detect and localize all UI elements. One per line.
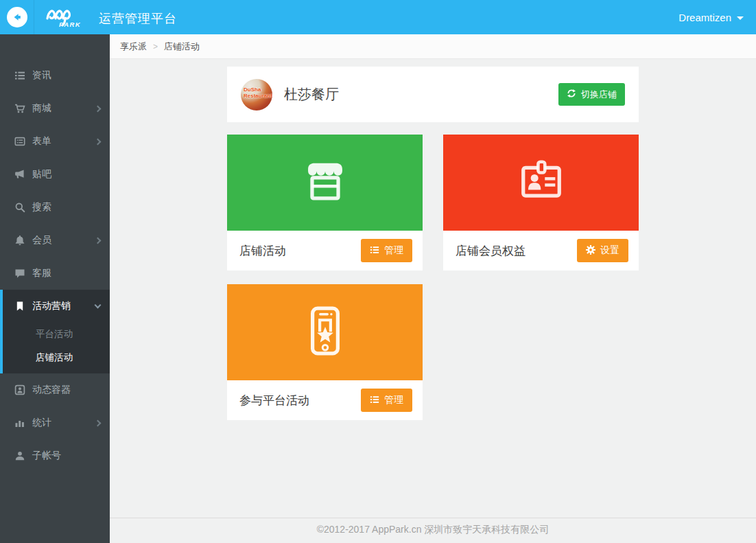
bookmark-icon xyxy=(14,301,25,312)
sidebar-subitem-label: 店铺活动 xyxy=(36,351,73,364)
manage-button-label: 管理 xyxy=(384,394,403,406)
settings-button-label: 设置 xyxy=(600,244,619,257)
list-icon xyxy=(14,70,25,82)
footer: ©2012-2017 AppPark.cn 深圳市致宇天承科技有限公司 xyxy=(110,518,756,543)
main-area: 享乐派 > 店铺活动 DuSha Restaurant 杜莎餐厅 xyxy=(110,34,756,543)
copyright-text: ©2012-2017 AppPark.cn 深圳市致宇天承科技有限公司 xyxy=(317,524,550,535)
page-content: DuSha Restaurant 杜莎餐厅 切换店铺 xyxy=(110,59,756,518)
chat-icon xyxy=(14,268,25,279)
manage-button[interactable]: 管理 xyxy=(361,389,412,412)
sidebar-item-label: 搜索 xyxy=(32,201,51,213)
svg-text:PARK: PARK xyxy=(59,21,81,28)
sidebar-item-members[interactable]: 会员 xyxy=(0,224,110,257)
breadcrumb-item-current: 店铺活动 xyxy=(164,41,200,53)
manage-button-label: 管理 xyxy=(384,244,403,257)
app-window: PARK 运营管理平台 Dreamtizen 资讯 商城 xyxy=(0,0,756,543)
chevron-down-icon xyxy=(95,301,102,308)
sidebar-item-support[interactable]: 客服 xyxy=(0,257,110,290)
gear-icon xyxy=(586,245,595,257)
brand: PARK 运营管理平台 xyxy=(45,3,177,32)
chevron-right-icon xyxy=(95,138,102,145)
sidebar-item-forms[interactable]: 表单 xyxy=(0,125,110,158)
megaphone-icon xyxy=(14,169,25,181)
sidebar-group-marketing: 活动营销 平台活动 店铺活动 xyxy=(0,290,110,373)
card-title: 参与平台活动 xyxy=(239,393,309,408)
apppark-logo-icon: PARK xyxy=(45,3,96,32)
top-bar: PARK 运营管理平台 Dreamtizen xyxy=(0,0,756,34)
sidebar-item-label: 贴吧 xyxy=(32,168,51,181)
switch-shop-label: 切换店铺 xyxy=(581,89,617,101)
sidebar-item-label: 子帐号 xyxy=(32,450,61,462)
manage-button[interactable]: 管理 xyxy=(361,239,412,262)
manage-list-icon xyxy=(370,245,379,257)
container-icon xyxy=(14,384,25,396)
refresh-icon xyxy=(567,89,576,100)
shop-name: 杜莎餐厅 xyxy=(284,85,339,104)
sidebar-item-label: 商城 xyxy=(32,102,51,115)
back-arrow-icon xyxy=(7,7,27,27)
sidebar-subitem-shop-activities[interactable]: 店铺活动 xyxy=(3,346,110,369)
sidebar-item-mall[interactable]: 商城 xyxy=(0,92,110,125)
sidebar-item-label: 活动营销 xyxy=(32,300,71,312)
sidebar-item-statistics[interactable]: 统计 xyxy=(0,406,110,439)
stats-icon xyxy=(14,417,25,429)
card-shop-activities[interactable]: 店铺活动 管理 xyxy=(227,135,423,270)
chevron-right-icon xyxy=(95,237,102,244)
card-member-benefits-visual xyxy=(443,135,639,231)
shop-avatar-text: DuSha Restaurant xyxy=(244,86,272,100)
sidebar-item-forum[interactable]: 贴吧 xyxy=(0,158,110,191)
switch-shop-button[interactable]: 切换店铺 xyxy=(558,83,625,106)
storefront-icon xyxy=(296,152,354,213)
manage-list-icon xyxy=(370,395,379,406)
feature-cards: 店铺活动 管理 xyxy=(227,135,639,420)
form-icon xyxy=(14,136,25,148)
sidebar-item-label: 表单 xyxy=(32,135,51,148)
card-join-platform-visual xyxy=(227,284,423,380)
user-name: Dreamtizen xyxy=(678,12,731,23)
back-button[interactable] xyxy=(0,0,34,34)
chevron-right-icon xyxy=(95,419,102,426)
sidebar-item-dynamic-container[interactable]: 动态容器 xyxy=(0,373,110,406)
card-join-platform-activities[interactable]: 参与平台活动 管理 xyxy=(227,284,423,420)
sidebar-subitem-label: 平台活动 xyxy=(36,328,73,340)
sidebar-subitem-platform-activities[interactable]: 平台活动 xyxy=(3,323,110,346)
breadcrumb-separator: > xyxy=(153,42,158,51)
sidebar-item-label: 客服 xyxy=(32,267,51,279)
breadcrumb: 享乐派 > 店铺活动 xyxy=(110,34,756,59)
sidebar-item-marketing[interactable]: 活动营销 xyxy=(3,290,110,323)
sidebar-item-label: 资讯 xyxy=(32,69,51,82)
sidebar-item-label: 动态容器 xyxy=(32,384,71,396)
search-icon xyxy=(14,202,25,213)
card-title: 店铺会员权益 xyxy=(456,243,525,259)
sidebar-item-label: 会员 xyxy=(32,234,51,246)
user-menu[interactable]: Dreamtizen xyxy=(678,12,744,23)
shop-avatar: DuSha Restaurant xyxy=(241,79,272,111)
breadcrumb-item-root[interactable]: 享乐派 xyxy=(120,41,147,53)
id-badge-icon xyxy=(512,152,570,213)
sidebar-item-news[interactable]: 资讯 xyxy=(0,59,110,92)
app-title: 运营管理平台 xyxy=(99,10,177,32)
phone-star-icon xyxy=(296,302,354,362)
sidebar-item-search[interactable]: 搜索 xyxy=(0,191,110,224)
sidebar-item-subaccounts[interactable]: 子帐号 xyxy=(0,439,110,472)
card-member-benefits[interactable]: 店铺会员权益 设置 xyxy=(443,135,639,270)
card-title: 店铺活动 xyxy=(239,243,286,259)
settings-button[interactable]: 设置 xyxy=(577,239,628,262)
cart-icon xyxy=(14,103,25,115)
user-icon xyxy=(14,450,25,462)
caret-down-icon xyxy=(737,16,744,20)
shop-header-card: DuSha Restaurant 杜莎餐厅 切换店铺 xyxy=(227,67,639,122)
sidebar: 资讯 商城 表单 贴吧 xyxy=(0,34,110,543)
bell-icon xyxy=(14,235,25,246)
chevron-right-icon xyxy=(95,105,102,112)
card-shop-activities-visual xyxy=(227,135,423,231)
sidebar-item-label: 统计 xyxy=(32,417,51,429)
